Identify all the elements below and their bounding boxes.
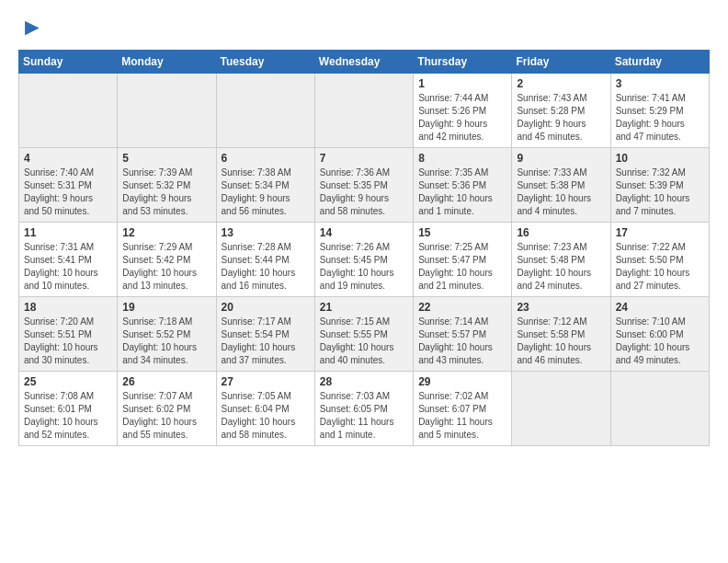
calendar-cell: 13Sunrise: 7:28 AM Sunset: 5:44 PM Dayli…	[216, 223, 314, 297]
calendar-cell: 4Sunrise: 7:40 AM Sunset: 5:31 PM Daylig…	[19, 148, 118, 223]
calendar-cell: 7Sunrise: 7:36 AM Sunset: 5:35 PM Daylig…	[314, 148, 413, 223]
day-number: 13	[222, 226, 311, 239]
day-info: Sunrise: 7:26 AM Sunset: 5:45 PM Dayligh…	[320, 241, 409, 293]
day-info: Sunrise: 7:14 AM Sunset: 5:57 PM Dayligh…	[418, 316, 507, 367]
day-info: Sunrise: 7:22 AM Sunset: 5:50 PM Dayligh…	[616, 241, 705, 293]
day-info: Sunrise: 7:35 AM Sunset: 5:36 PM Dayligh…	[418, 167, 507, 218]
day-info: Sunrise: 7:15 AM Sunset: 5:55 PM Dayligh…	[320, 316, 409, 367]
calendar-cell: 17Sunrise: 7:22 AM Sunset: 5:50 PM Dayli…	[610, 223, 709, 297]
calendar-row-1: 1Sunrise: 7:44 AM Sunset: 5:26 PM Daylig…	[19, 74, 710, 148]
calendar-row-4: 18Sunrise: 7:20 AM Sunset: 5:51 PM Dayli…	[19, 297, 710, 372]
day-number: 18	[24, 301, 113, 314]
day-number: 27	[222, 375, 311, 388]
day-info: Sunrise: 7:31 AM Sunset: 5:41 PM Dayligh…	[24, 241, 113, 293]
day-info: Sunrise: 7:38 AM Sunset: 5:34 PM Dayligh…	[222, 167, 311, 218]
calendar-table: SundayMondayTuesdayWednesdayThursdayFrid…	[18, 50, 710, 446]
day-number: 2	[517, 77, 606, 90]
day-number: 9	[517, 152, 606, 165]
calendar-cell: 18Sunrise: 7:20 AM Sunset: 5:51 PM Dayli…	[19, 297, 118, 372]
calendar-cell	[118, 74, 216, 148]
calendar-cell: 12Sunrise: 7:29 AM Sunset: 5:42 PM Dayli…	[118, 223, 216, 297]
weekday-header-friday: Friday	[512, 51, 610, 74]
calendar-cell: 9Sunrise: 7:33 AM Sunset: 5:38 PM Daylig…	[512, 148, 610, 223]
page: ► SundayMondayTuesdayWednesdayThursdayFr…	[0, 0, 728, 461]
calendar-cell: 27Sunrise: 7:05 AM Sunset: 6:04 PM Dayli…	[216, 372, 314, 446]
calendar-row-2: 4Sunrise: 7:40 AM Sunset: 5:31 PM Daylig…	[19, 148, 710, 223]
day-number: 11	[24, 226, 113, 239]
calendar-cell: 21Sunrise: 7:15 AM Sunset: 5:55 PM Dayli…	[314, 297, 413, 372]
day-info: Sunrise: 7:05 AM Sunset: 6:04 PM Dayligh…	[222, 390, 311, 442]
day-info: Sunrise: 7:28 AM Sunset: 5:44 PM Dayligh…	[222, 241, 311, 293]
day-number: 19	[122, 301, 211, 314]
calendar-cell: 14Sunrise: 7:26 AM Sunset: 5:45 PM Dayli…	[314, 223, 413, 297]
day-number: 29	[418, 375, 507, 388]
day-number: 25	[24, 375, 113, 388]
day-info: Sunrise: 7:41 AM Sunset: 5:29 PM Dayligh…	[616, 92, 705, 144]
day-number: 26	[122, 375, 211, 388]
day-number: 12	[122, 226, 211, 239]
day-number: 23	[517, 301, 606, 314]
calendar-cell: 16Sunrise: 7:23 AM Sunset: 5:48 PM Dayli…	[512, 223, 610, 297]
calendar-cell: 25Sunrise: 7:08 AM Sunset: 6:01 PM Dayli…	[19, 372, 118, 446]
weekday-header-sunday: Sunday	[19, 51, 118, 74]
calendar-cell: 26Sunrise: 7:07 AM Sunset: 6:02 PM Dayli…	[118, 372, 216, 446]
day-info: Sunrise: 7:25 AM Sunset: 5:47 PM Dayligh…	[418, 241, 507, 293]
calendar-row-3: 11Sunrise: 7:31 AM Sunset: 5:41 PM Dayli…	[19, 223, 710, 297]
calendar-cell: 2Sunrise: 7:43 AM Sunset: 5:28 PM Daylig…	[512, 74, 610, 148]
logo: ►	[18, 15, 44, 39]
day-number: 21	[320, 301, 409, 314]
calendar-cell: 24Sunrise: 7:10 AM Sunset: 6:00 PM Dayli…	[610, 297, 709, 372]
day-info: Sunrise: 7:18 AM Sunset: 5:52 PM Dayligh…	[122, 316, 211, 367]
calendar-cell: 19Sunrise: 7:18 AM Sunset: 5:52 PM Dayli…	[118, 297, 216, 372]
calendar-cell: 28Sunrise: 7:03 AM Sunset: 6:05 PM Dayli…	[314, 372, 413, 446]
header-row: SundayMondayTuesdayWednesdayThursdayFrid…	[19, 51, 710, 74]
calendar-row-5: 25Sunrise: 7:08 AM Sunset: 6:01 PM Dayli…	[19, 372, 710, 446]
day-number: 17	[616, 226, 705, 239]
calendar-cell	[512, 372, 610, 446]
day-info: Sunrise: 7:40 AM Sunset: 5:31 PM Dayligh…	[24, 167, 113, 218]
calendar-cell: 6Sunrise: 7:38 AM Sunset: 5:34 PM Daylig…	[216, 148, 314, 223]
weekday-header-thursday: Thursday	[414, 51, 512, 74]
calendar-cell: 10Sunrise: 7:32 AM Sunset: 5:39 PM Dayli…	[610, 148, 709, 223]
calendar-cell: 22Sunrise: 7:14 AM Sunset: 5:57 PM Dayli…	[414, 297, 512, 372]
day-number: 8	[418, 152, 507, 165]
calendar-cell: 8Sunrise: 7:35 AM Sunset: 5:36 PM Daylig…	[414, 148, 512, 223]
calendar-cell: 5Sunrise: 7:39 AM Sunset: 5:32 PM Daylig…	[118, 148, 216, 223]
day-info: Sunrise: 7:20 AM Sunset: 5:51 PM Dayligh…	[24, 316, 113, 367]
calendar-cell	[610, 372, 709, 446]
calendar-cell: 23Sunrise: 7:12 AM Sunset: 5:58 PM Dayli…	[512, 297, 610, 372]
day-number: 7	[320, 152, 409, 165]
day-number: 24	[616, 301, 705, 314]
calendar-cell: 20Sunrise: 7:17 AM Sunset: 5:54 PM Dayli…	[216, 297, 314, 372]
day-info: Sunrise: 7:03 AM Sunset: 6:05 PM Dayligh…	[320, 390, 409, 442]
day-info: Sunrise: 7:36 AM Sunset: 5:35 PM Dayligh…	[320, 167, 409, 218]
weekday-header-wednesday: Wednesday	[314, 51, 413, 74]
calendar-cell: 11Sunrise: 7:31 AM Sunset: 5:41 PM Dayli…	[19, 223, 118, 297]
weekday-header-monday: Monday	[118, 51, 216, 74]
day-info: Sunrise: 7:10 AM Sunset: 6:00 PM Dayligh…	[616, 316, 705, 367]
day-info: Sunrise: 7:08 AM Sunset: 6:01 PM Dayligh…	[24, 390, 113, 442]
day-number: 6	[222, 152, 311, 165]
day-info: Sunrise: 7:12 AM Sunset: 5:58 PM Dayligh…	[517, 316, 606, 367]
day-info: Sunrise: 7:29 AM Sunset: 5:42 PM Dayligh…	[122, 241, 211, 293]
calendar-cell: 3Sunrise: 7:41 AM Sunset: 5:29 PM Daylig…	[610, 74, 709, 148]
day-info: Sunrise: 7:17 AM Sunset: 5:54 PM Dayligh…	[222, 316, 311, 367]
calendar-cell	[314, 74, 413, 148]
day-number: 20	[222, 301, 311, 314]
day-number: 5	[122, 152, 211, 165]
day-info: Sunrise: 7:23 AM Sunset: 5:48 PM Dayligh…	[517, 241, 606, 293]
day-info: Sunrise: 7:02 AM Sunset: 6:07 PM Dayligh…	[418, 390, 507, 442]
day-number: 10	[616, 152, 705, 165]
calendar-cell: 15Sunrise: 7:25 AM Sunset: 5:47 PM Dayli…	[414, 223, 512, 297]
weekday-header-tuesday: Tuesday	[216, 51, 314, 74]
header: ►	[18, 15, 710, 39]
day-number: 3	[616, 77, 705, 90]
calendar-cell	[216, 74, 314, 148]
calendar-cell	[19, 74, 118, 148]
day-info: Sunrise: 7:07 AM Sunset: 6:02 PM Dayligh…	[122, 390, 211, 442]
calendar-cell: 1Sunrise: 7:44 AM Sunset: 5:26 PM Daylig…	[414, 74, 512, 148]
day-info: Sunrise: 7:44 AM Sunset: 5:26 PM Dayligh…	[418, 92, 507, 144]
day-info: Sunrise: 7:33 AM Sunset: 5:38 PM Dayligh…	[517, 167, 606, 218]
day-number: 1	[418, 77, 507, 90]
calendar-cell: 29Sunrise: 7:02 AM Sunset: 6:07 PM Dayli…	[414, 372, 512, 446]
